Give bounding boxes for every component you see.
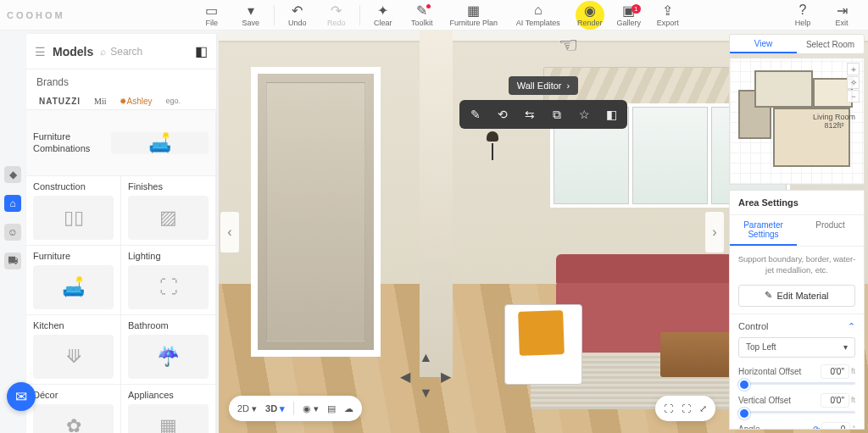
control-b[interactable]: ⛶ — [682, 403, 691, 414]
cat-finishes[interactable]: Finishes▨ — [121, 176, 216, 246]
flip-icon: ⇆ — [525, 108, 535, 121]
field-label: Angle — [738, 425, 760, 430]
nav-down[interactable]: ▼ — [419, 386, 432, 401]
panel-title: Models — [53, 45, 93, 58]
chevron-down-icon: ▾ — [843, 342, 848, 352]
thumb-decor-icon: ✿ — [33, 404, 114, 433]
fullscreen-toggle[interactable]: ⤢ — [699, 403, 707, 414]
brand-item[interactable]: Mii — [92, 95, 108, 108]
brands-label: Brands — [36, 76, 206, 88]
v-offset-value[interactable]: 0'0" — [821, 393, 849, 408]
brand-item[interactable]: ✹Ashley — [117, 95, 154, 108]
copy-icon: ⧉ — [553, 108, 561, 122]
brand-item[interactable]: ego. — [164, 95, 184, 108]
view-mode-toolbar: 2D ▾ 3D ▾ ◉ ▾ ▤ ☁ — [229, 396, 362, 421]
tool-favorite[interactable]: ☆ — [571, 103, 597, 125]
redo-button[interactable]: ↷Redo — [317, 3, 356, 27]
cat-bathroom[interactable]: Bathroom☔ — [121, 315, 216, 385]
thumb-pattern-icon: ▨ — [128, 196, 209, 240]
tab-select-room[interactable]: Select Room — [797, 35, 864, 53]
mode-3d[interactable]: 3D ▾ — [265, 403, 285, 414]
viewport-prev-button[interactable]: ‹ — [220, 212, 239, 253]
mode-2d[interactable]: 2D ▾ — [237, 403, 257, 414]
nav-up[interactable]: ▲ — [419, 350, 432, 365]
right-pane: View Select Room Living Room 812ft² ＋ ✧ … — [726, 31, 868, 433]
exit-button[interactable]: ⇥Exit — [822, 0, 861, 30]
cat-lighting[interactable]: Lighting⛶ — [121, 246, 216, 315]
collapse-icon[interactable]: ⌃ — [848, 321, 855, 332]
dock-item-1[interactable]: ◆ — [4, 166, 21, 183]
dock-item-3[interactable]: ☺ — [4, 224, 21, 241]
cat-decor[interactable]: Décor✿ — [26, 385, 121, 433]
left-dock: ◆ ⌂ ☺ ⛟ — [3, 166, 22, 269]
exit-icon: ⇥ — [834, 3, 849, 18]
cat-appliances[interactable]: Appliances▦ — [121, 385, 216, 433]
tool-rotate[interactable]: ⟲ — [490, 103, 515, 125]
help-button[interactable]: ?Help — [783, 0, 822, 30]
tool-flip[interactable]: ⇆ — [517, 103, 542, 125]
tab-view[interactable]: View — [730, 35, 797, 53]
viewport-next-button[interactable]: › — [705, 212, 724, 253]
area-settings-title: Area Settings — [730, 191, 864, 215]
export-icon: ⇪ — [660, 3, 676, 18]
thumb-window-icon: ▯▯ — [33, 196, 114, 240]
scene-doorway — [251, 67, 381, 357]
minimap-compass-icon[interactable]: ✧ — [847, 76, 860, 89]
tool-erase[interactable]: ◧ — [598, 103, 624, 125]
undo-button[interactable]: ↶Undo — [278, 3, 317, 27]
search-input[interactable]: ⌕ Search — [100, 46, 190, 58]
ai-templates-button[interactable]: ⌂AI Templates — [506, 3, 570, 27]
minimap-zoom-in[interactable]: ＋ — [847, 63, 860, 75]
render-button[interactable]: ◉Render — [570, 3, 609, 27]
edit-material-button[interactable]: ✎ Edit Material — [738, 285, 855, 307]
tool-copy[interactable]: ⧉ — [544, 103, 570, 125]
tab-product[interactable]: Product — [797, 215, 864, 246]
camera-search-icon[interactable]: ◧ — [195, 43, 208, 59]
app-logo: COOHOM — [7, 0, 65, 30]
control-a[interactable]: ⛶ — [664, 403, 673, 414]
chat-button[interactable]: ✉ — [7, 382, 36, 411]
layers-toggle[interactable]: ▤ — [327, 403, 336, 414]
cloud-toggle[interactable]: ☁ — [344, 403, 353, 414]
visibility-toggle[interactable]: ◉ ▾ — [303, 403, 319, 414]
v-offset-slider[interactable] — [738, 411, 855, 414]
gallery-button[interactable]: 1▣Gallery — [609, 3, 648, 27]
wall-editor-popup: Wall Editor › ✎ ⟲ ⇆ ⧉ ☆ ◧ — [459, 76, 627, 129]
h-offset-slider[interactable] — [738, 382, 855, 385]
nav-right[interactable]: ▶ — [441, 369, 451, 385]
wall-editor-button[interactable]: Wall Editor › — [509, 76, 578, 95]
settings-description: Support boundary, border, water-jet meda… — [730, 247, 864, 283]
tab-parameter-settings[interactable]: Parameter Settings — [730, 215, 797, 246]
nav-left[interactable]: ◀ — [400, 369, 410, 385]
furniture-plan-button[interactable]: ▦Furniture Plan — [442, 3, 506, 27]
brand-item[interactable]: NATUZZI — [36, 95, 83, 108]
dock-item-4[interactable]: ⛟ — [4, 253, 21, 269]
search-placeholder: Search — [110, 46, 142, 58]
chevron-left-icon: ‹ — [227, 225, 231, 240]
wall-editor-tools: ✎ ⟲ ⇆ ⧉ ☆ ◧ — [459, 100, 627, 129]
cat-furniture[interactable]: Furniture🛋️ — [26, 246, 121, 315]
cat-construction[interactable]: Construction▯▯ — [26, 176, 121, 246]
h-offset-value[interactable]: 0'0" — [821, 364, 849, 379]
cat-kitchen[interactable]: Kitchen⟱ — [26, 315, 121, 385]
angle-rotate-icon[interactable]: ⟳ — [813, 425, 820, 430]
redo-icon: ↷ — [329, 3, 344, 18]
view-controls-toolbar: ⛶ ⛶ ⤢ — [655, 396, 715, 421]
dock-item-models[interactable]: ⌂ — [4, 195, 21, 212]
tool-draw[interactable]: ✎ — [463, 103, 488, 125]
angle-value[interactable]: 0 — [821, 422, 850, 430]
toolkit-button[interactable]: ✎Toolkit — [403, 3, 442, 27]
file-button[interactable]: ▭File — [192, 3, 231, 27]
cat-furniture-combinations[interactable]: Furniture Combinations 🛋️ — [26, 110, 216, 176]
scene-armchair — [504, 304, 582, 385]
badge: 1 — [632, 4, 641, 14]
clear-button[interactable]: ✦Clear — [364, 3, 403, 27]
undo-icon: ↶ — [290, 3, 305, 18]
panel-menu-icon[interactable]: ☰ — [35, 45, 46, 58]
minimap[interactable]: Living Room 812ft² ＋ ✧ － — [729, 58, 865, 185]
save-button[interactable]: ▾Save — [231, 3, 270, 27]
help-icon: ? — [795, 3, 810, 18]
minimap-zoom-out[interactable]: － — [847, 90, 860, 103]
position-select[interactable]: Top Left ▾ — [738, 337, 855, 358]
export-button[interactable]: ⇪Export — [648, 3, 687, 27]
